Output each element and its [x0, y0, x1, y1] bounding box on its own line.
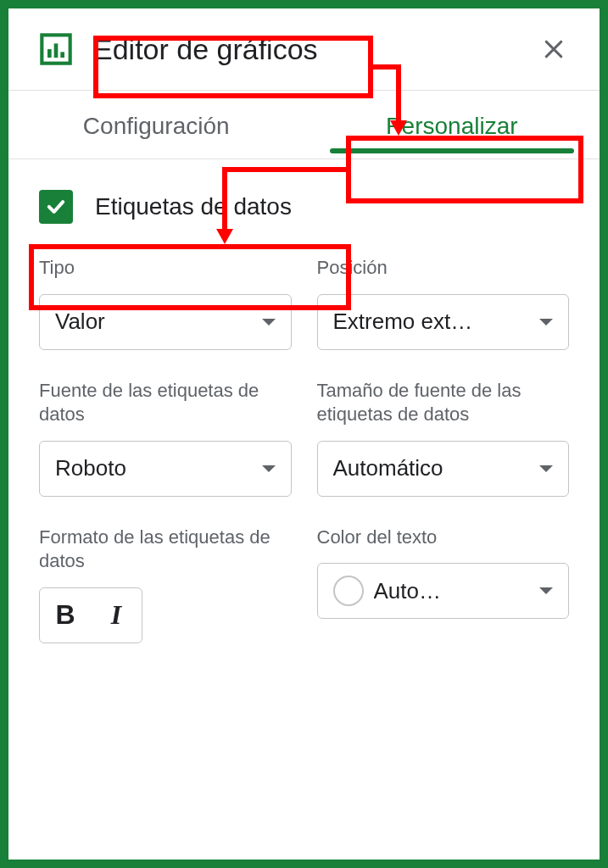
svg-rect-2: [54, 43, 59, 58]
chevron-down-icon: [539, 465, 553, 472]
field-posicion: Posición Extremo ext…: [317, 256, 570, 350]
svg-rect-1: [47, 49, 52, 58]
label-tipo: Tipo: [39, 256, 292, 281]
select-tipo-value: Valor: [55, 309, 254, 335]
close-button[interactable]: [538, 34, 569, 64]
select-posicion[interactable]: Extremo ext…: [317, 294, 570, 350]
bold-button[interactable]: B: [40, 588, 91, 643]
label-formato: Formato de las etiquetas de datos: [39, 526, 292, 574]
tabs: Configuración Personalizar: [8, 91, 600, 159]
select-fuente[interactable]: Roboto: [39, 441, 292, 497]
close-icon: [541, 36, 566, 62]
select-tamano-fuente-value: Automático: [333, 455, 532, 481]
chevron-down-icon: [539, 587, 553, 594]
field-tipo: Tipo Valor: [39, 256, 292, 350]
tab-personalizar[interactable]: Personalizar: [304, 91, 600, 159]
check-icon: [44, 195, 68, 219]
select-color-texto-value: Auto…: [374, 578, 532, 604]
svg-marker-5: [216, 229, 233, 244]
color-swatch-icon: [333, 576, 364, 606]
label-color-texto: Color del texto: [317, 526, 570, 550]
field-tamano-fuente: Tamaño de fuente de las etiquetas de dat…: [317, 379, 570, 497]
label-posicion: Posición: [317, 256, 570, 281]
tab-configuracion[interactable]: Configuración: [8, 91, 304, 159]
select-posicion-value: Extremo ext…: [333, 309, 532, 335]
select-fuente-value: Roboto: [55, 455, 254, 481]
format-buttons: B I: [39, 587, 142, 643]
field-fuente: Fuente de las etiquetas de datos Roboto: [39, 379, 292, 497]
select-tamano-fuente[interactable]: Automático: [317, 441, 570, 497]
field-color-texto: Color del texto Auto…: [317, 526, 570, 643]
select-color-texto[interactable]: Auto…: [317, 563, 570, 619]
select-tipo[interactable]: Valor: [39, 294, 292, 350]
fields-grid: Tipo Valor Posición Extremo ext… Fuente …: [8, 256, 600, 643]
label-fuente: Fuente de las etiquetas de datos: [39, 379, 292, 427]
data-labels-section: Etiquetas de datos: [8, 159, 600, 224]
field-formato: Formato de las etiquetas de datos B I: [39, 526, 292, 643]
label-tamano-fuente: Tamaño de fuente de las etiquetas de dat…: [317, 379, 570, 427]
svg-rect-3: [60, 52, 64, 58]
chevron-down-icon: [262, 319, 276, 326]
panel-header: Editor de gráficos: [8, 8, 600, 91]
chevron-down-icon: [539, 319, 553, 326]
chart-icon: [39, 32, 73, 66]
data-labels-label: Etiquetas de datos: [95, 193, 292, 220]
italic-button[interactable]: I: [91, 588, 142, 643]
data-labels-checkbox[interactable]: [39, 190, 73, 224]
chevron-down-icon: [262, 465, 276, 472]
panel-title: Editor de gráficos: [93, 33, 318, 66]
